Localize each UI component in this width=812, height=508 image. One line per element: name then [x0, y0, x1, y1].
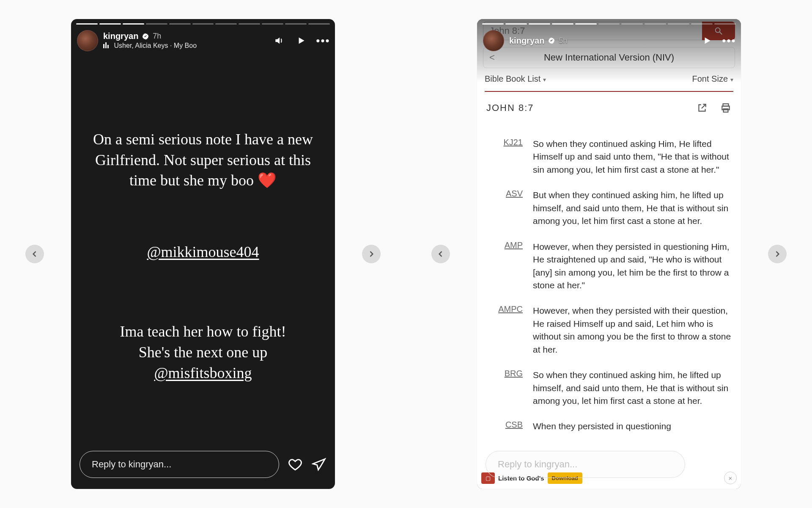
prev-story-button[interactable]	[25, 245, 44, 263]
verse-row: AMPCHowever, when they persisted with th…	[486, 304, 732, 356]
verse-row: AMPHowever, when they persisted in quest…	[486, 240, 732, 292]
story-music[interactable]: Usher, Alicia Keys · My Boo	[103, 41, 273, 50]
story-frame: < New International Version (NIV) Bible …	[477, 19, 741, 489]
open-external-icon[interactable]	[696, 102, 708, 114]
mention-link[interactable]: @misfitsboxing	[88, 363, 318, 384]
story-frame: kingryan 7h Usher, Alicia Keys · My Boo	[71, 19, 335, 489]
share-icon[interactable]	[717, 457, 732, 472]
equalizer-icon	[103, 42, 110, 50]
next-story-button[interactable]	[768, 245, 787, 263]
print-icon[interactable]	[720, 102, 732, 114]
volume-icon[interactable]	[273, 35, 285, 47]
story-progress	[76, 23, 330, 25]
like-icon[interactable]	[288, 457, 303, 472]
verse-text: However, when they persisted with their …	[533, 304, 732, 356]
book-list-dropdown[interactable]: Bible Book List▾	[485, 74, 546, 84]
verse-reference: JOHN 8:7	[486, 102, 534, 113]
heart-icon: ❤️	[258, 171, 277, 189]
avatar[interactable]	[483, 30, 504, 51]
prev-story-button[interactable]	[431, 245, 450, 263]
verse-text: When they persisted in questioning	[533, 420, 732, 433]
translation-code[interactable]: AMP	[486, 240, 523, 292]
divider	[485, 91, 733, 92]
verse-text: However, when they persisted in question…	[533, 240, 732, 292]
verse-row: ASVBut when they continued asking him, h…	[486, 189, 732, 227]
embedded-page: < New International Version (NIV) Bible …	[477, 19, 741, 489]
verse-row: BRGSo when they continued asking him, he…	[486, 369, 732, 407]
verse-text: So when they continued asking Him, He li…	[533, 138, 732, 176]
next-story-button[interactable]	[362, 245, 381, 263]
username[interactable]: kingryan	[509, 36, 544, 46]
story-time: 5h	[559, 36, 567, 46]
like-icon[interactable]	[694, 457, 709, 472]
story-progress	[482, 23, 736, 25]
verified-badge-icon	[142, 33, 149, 40]
more-icon[interactable]: •••	[317, 35, 329, 47]
avatar[interactable]	[77, 30, 98, 51]
verse-text: So when they continued asking him, he li…	[533, 369, 732, 407]
translation-code[interactable]: AMPC	[486, 304, 523, 356]
verse-list: KJ21So when they continued asking Him, H…	[486, 138, 732, 489]
more-icon[interactable]: •••	[723, 35, 735, 47]
play-icon[interactable]	[701, 35, 713, 47]
translation-code[interactable]: CSB	[486, 420, 523, 433]
translation-code[interactable]: ASV	[486, 189, 523, 227]
username[interactable]: kingryan	[103, 31, 138, 41]
verified-badge-icon	[548, 37, 555, 44]
play-icon[interactable]	[295, 35, 307, 47]
verse-row: KJ21So when they continued asking Him, H…	[486, 138, 732, 176]
story-body: On a semi serious note I have a new Girl…	[88, 129, 318, 383]
reply-input[interactable]: Reply to kingryan...	[486, 451, 685, 478]
mention-link[interactable]: @mikkimouse404	[88, 242, 318, 262]
translation-code[interactable]: BRG	[486, 369, 523, 407]
verse-row: CSBWhen they persisted in questioning	[486, 420, 732, 433]
reply-input[interactable]: Reply to kingryan...	[80, 451, 279, 478]
share-icon[interactable]	[311, 457, 326, 472]
font-size-dropdown[interactable]: Font Size▾	[692, 74, 733, 84]
story-time: 7h	[153, 31, 161, 41]
translation-code[interactable]: KJ21	[486, 138, 523, 176]
verse-text: But when they continued asking him, he l…	[533, 189, 732, 227]
